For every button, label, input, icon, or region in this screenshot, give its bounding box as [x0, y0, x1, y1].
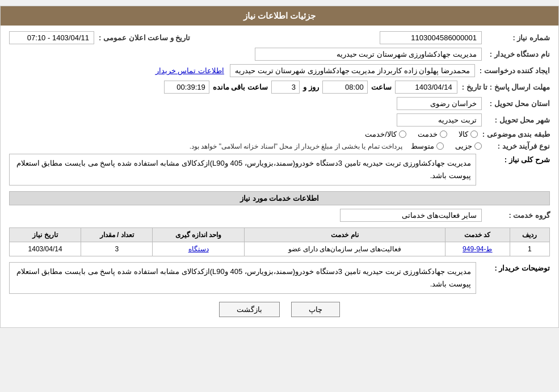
- category-goods-radio[interactable]: [470, 130, 478, 138]
- province-value: خراسان رضوی: [397, 97, 482, 110]
- province-label: استان محل تحویل :: [482, 99, 550, 108]
- col-header-count: تعداد / مقدار: [81, 228, 153, 242]
- content-area: شماره نیاز : 1103004586000001 تاریخ و سا…: [1, 26, 558, 327]
- cell-count: 3: [81, 242, 153, 256]
- service-group-label: گروه خدمت :: [482, 211, 550, 220]
- day-label: روز و: [303, 83, 319, 91]
- buyer-desc-content: مدیریت جهادکشاورزی تربت حیدریه تامین 3دس…: [9, 262, 476, 294]
- cell-unit[interactable]: دستگاه: [153, 242, 245, 256]
- need-number-label: شماره نیاز :: [482, 33, 550, 42]
- page-wrapper: جزئیات اطلاعات نیاز شماره نیاز : 1103004…: [0, 6, 559, 328]
- process-medium-label: متوسط: [411, 142, 434, 150]
- buyer-desc-section: توضیحات خریدار : مدیریت جهادکشاورزی تربت…: [9, 262, 550, 294]
- category-goods-service-radio[interactable]: [399, 130, 406, 138]
- general-desc-label: شرح کلی نیاز :: [476, 154, 550, 164]
- requester-row: ایجاد کننده درخواست : محمدرضا پهلوان زاد…: [9, 64, 550, 77]
- requester-label: ایجاد کننده درخواست :: [475, 66, 550, 75]
- back-button[interactable]: بازگشت: [219, 302, 280, 317]
- category-service: خدمت: [418, 130, 447, 138]
- requester-contact-link[interactable]: اطلاعات تماس خریدار: [155, 66, 224, 75]
- send-date-row: مهلت ارسال پاسخ : تا تاریخ : 1403/04/14 …: [9, 81, 550, 94]
- services-table-section: ردیف کد خدمت نام خدمت واحد اندازه گیری ت…: [9, 227, 550, 256]
- service-group-value: سایر فعالیت‌های خدماتی: [340, 209, 482, 222]
- remaining-label: ساعت باقی مانده: [213, 83, 268, 91]
- announce-label: تاریخ و ساعت اعلان عمومی :: [94, 33, 190, 42]
- cell-name: فعالیت‌های سایر سازمان‌های دارای عضو: [244, 242, 445, 256]
- process-partial-radio[interactable]: [474, 142, 482, 150]
- buyer-desc-label: توضیحات خریدار :: [476, 262, 550, 272]
- process-type-radio-group: جزیی متوسط: [411, 142, 482, 150]
- send-time-value: 08:00: [322, 81, 368, 94]
- process-medium: متوسط: [411, 142, 444, 150]
- city-row: شهر محل تحویل : تربت حیدریه: [9, 113, 550, 127]
- service-group-row: گروه خدمت : سایر فعالیت‌های خدماتی: [9, 209, 550, 222]
- table-header-row: ردیف کد خدمت نام خدمت واحد اندازه گیری ت…: [10, 228, 550, 242]
- buyer-org-label: نام دستگاه خریدار :: [482, 50, 550, 58]
- category-service-radio[interactable]: [440, 130, 447, 138]
- send-days-value: 3: [271, 81, 300, 94]
- announce-value: 1403/04/11 - 07:10: [9, 31, 94, 44]
- category-service-label: خدمت: [418, 130, 438, 138]
- category-goods-label: کالا: [459, 130, 468, 138]
- services-table: ردیف کد خدمت نام خدمت واحد اندازه گیری ت…: [9, 227, 550, 256]
- general-desc-text: مدیریت جهادکشاورزی تربت حیدریه تامین 3دس…: [9, 154, 476, 186]
- category-goods: کالا: [459, 130, 478, 138]
- action-buttons: چاپ بازگشت: [9, 302, 550, 317]
- buyer-org-row: نام دستگاه خریدار : مدیریت جهادکشاورزی ش…: [9, 48, 550, 61]
- process-partial-label: جزیی: [455, 142, 472, 150]
- process-type-label: نوع فرآیند خرید :: [482, 142, 550, 150]
- category-label: طبقه بندی موضوعی :: [478, 130, 550, 138]
- process-type-row: نوع فرآیند خرید : جزیی متوسط پرداخت تمام…: [9, 142, 550, 150]
- cell-row: 1: [510, 242, 549, 256]
- city-value: تربت حیدریه: [397, 113, 482, 127]
- requester-value: محمدرضا پهلوان زاده کاربرداز مدیریت جهاد…: [230, 64, 475, 77]
- category-row: طبقه بندی موضوعی : کالا خدمت کالا/خدمت: [9, 130, 550, 138]
- send-date-label: مهلت ارسال پاسخ : تا تاریخ :: [457, 83, 550, 91]
- need-number-row: شماره نیاز : 1103004586000001 تاریخ و سا…: [9, 31, 550, 44]
- col-header-row: ردیف: [510, 228, 549, 242]
- city-label: شهر محل تحویل :: [482, 116, 550, 124]
- remaining-time-value: 00:39:19: [164, 81, 209, 94]
- category-goods-service: کالا/خدمت: [365, 130, 406, 138]
- buyer-desc-text: مدیریت جهادکشاورزی تربت حیدریه تامین 3دس…: [9, 262, 476, 294]
- category-goods-service-label: کالا/خدمت: [365, 130, 397, 138]
- services-section-title: اطلاعات خدمات مورد نیاز: [9, 191, 550, 205]
- need-number-value: 1103004586000001: [380, 31, 482, 44]
- col-header-name: نام خدمت: [244, 228, 445, 242]
- page-title: جزئیات اطلاعات نیاز: [1, 6, 558, 26]
- category-radio-group: کالا خدمت کالا/خدمت: [365, 130, 478, 138]
- process-partial: جزیی: [455, 142, 482, 150]
- general-desc-content: مدیریت جهادکشاورزی تربت حیدریه تامین 3دس…: [9, 154, 476, 186]
- process-medium-radio[interactable]: [436, 142, 444, 150]
- print-button[interactable]: چاپ: [291, 302, 340, 317]
- process-full-note: پرداخت تمام یا بخشی از مبلغ خریدار از مح…: [190, 142, 402, 150]
- province-row: استان محل تحویل : خراسان رضوی: [9, 97, 550, 110]
- send-date-value: 1403/04/14: [395, 81, 457, 94]
- general-desc-section: شرح کلی نیاز : مدیریت جهادکشاورزی تربت ح…: [9, 154, 550, 186]
- cell-code[interactable]: ط-94-949: [445, 242, 510, 256]
- col-header-code: کد خدمت: [445, 228, 510, 242]
- table-row: 1 ط-94-949 فعالیت‌های سایر سازمان‌های دا…: [10, 242, 550, 256]
- time-label: ساعت: [371, 83, 392, 91]
- col-header-unit: واحد اندازه گیری: [153, 228, 245, 242]
- buyer-org-value: مدیریت جهادکشاورزی شهرستان تربت حیدریه: [255, 48, 482, 61]
- cell-date: 1403/04/14: [10, 242, 81, 256]
- col-header-date: تاریخ نیاز: [10, 228, 81, 242]
